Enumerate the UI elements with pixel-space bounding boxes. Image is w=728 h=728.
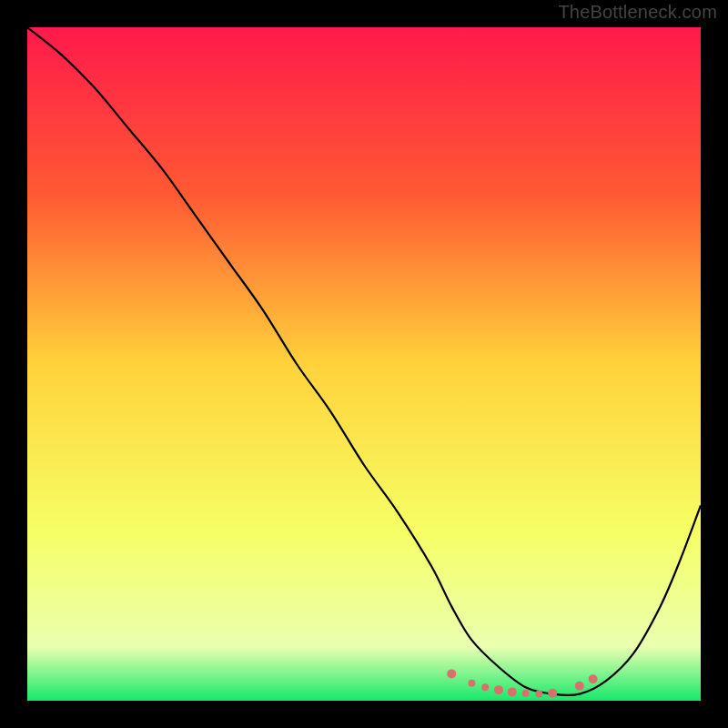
marker-dot — [575, 682, 584, 691]
marker-dot — [468, 680, 475, 687]
marker-dot — [522, 690, 530, 697]
marker-dot — [589, 674, 598, 683]
marker-dot — [508, 687, 517, 696]
plot-area — [27, 27, 701, 701]
marker-dot — [447, 669, 456, 678]
attribution-text: TheBottleneck.com — [558, 2, 717, 23]
marker-dot — [535, 691, 542, 698]
bottleneck-chart — [27, 27, 701, 701]
marker-dot — [494, 685, 503, 694]
chart-frame: TheBottleneck.com — [0, 0, 728, 728]
marker-dot — [481, 683, 489, 691]
marker-dot — [548, 689, 557, 698]
